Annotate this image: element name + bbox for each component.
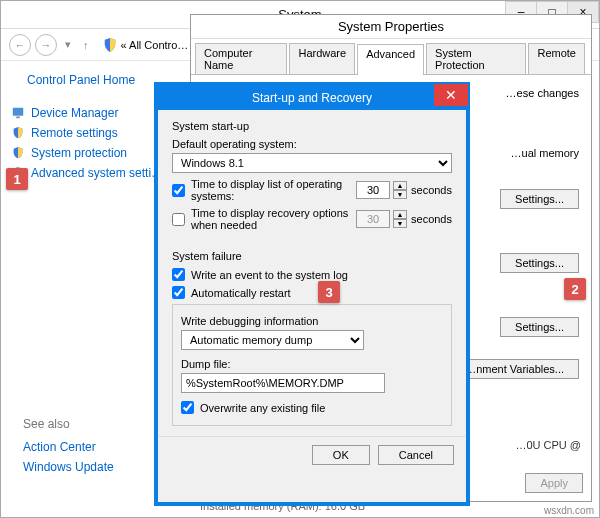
- default-os-label: Default operating system:: [172, 138, 452, 150]
- sidebar-item-remote-settings[interactable]: Remote settings: [11, 123, 177, 143]
- cancel-button[interactable]: Cancel: [378, 445, 454, 465]
- sidebar: Control Panel Home Device Manager Remote…: [1, 61, 177, 517]
- history-dropdown[interactable]: ▾: [61, 38, 75, 51]
- tab-system-protection[interactable]: System Protection: [426, 43, 526, 74]
- default-os-combo[interactable]: Windows 8.1: [172, 153, 452, 173]
- tab-advanced[interactable]: Advanced: [357, 44, 424, 75]
- ok-button[interactable]: OK: [312, 445, 370, 465]
- sidebar-item-device-manager[interactable]: Device Manager: [11, 103, 177, 123]
- control-panel-home-link[interactable]: Control Panel Home: [11, 73, 177, 87]
- dump-file-input[interactable]: [181, 373, 385, 393]
- action-center-link[interactable]: Action Center: [23, 437, 114, 457]
- callout-3: 3: [318, 281, 340, 303]
- time-list-checkbox[interactable]: [172, 184, 185, 197]
- chevron-up-icon: ▲: [393, 210, 407, 219]
- chevron-down-icon[interactable]: ▼: [393, 190, 407, 199]
- up-button[interactable]: ↑: [79, 39, 93, 51]
- shield-icon: [103, 38, 117, 52]
- write-event-label: Write an event to the system log: [191, 269, 348, 281]
- tab-remote[interactable]: Remote: [528, 43, 585, 74]
- windows-update-link[interactable]: Windows Update: [23, 457, 114, 477]
- system-properties-tabs: Computer Name Hardware Advanced System P…: [191, 39, 591, 75]
- time-recovery-checkbox[interactable]: [172, 213, 185, 226]
- auto-restart-checkbox[interactable]: [172, 286, 185, 299]
- chevron-down-icon: ▼: [393, 219, 407, 228]
- watermark: wsxdn.com: [544, 505, 594, 516]
- callout-2: 2: [564, 278, 586, 300]
- tab-hardware[interactable]: Hardware: [289, 43, 355, 74]
- sidebar-label: Advanced system setti…: [31, 166, 163, 180]
- shield-icon: [11, 126, 25, 140]
- time-recovery-row: Time to display recovery options when ne…: [172, 207, 452, 231]
- seconds-label: seconds: [411, 213, 452, 225]
- startup-recovery-titlebar: Start-up and Recovery ✕: [158, 86, 466, 110]
- back-button[interactable]: ←: [9, 34, 31, 56]
- breadcrumb-text: « All Contro…: [121, 39, 189, 51]
- see-also-section: See also Action Center Windows Update: [23, 417, 114, 477]
- close-icon: ✕: [445, 87, 457, 103]
- system-properties-title: System Properties: [338, 19, 444, 34]
- forward-button[interactable]: →: [35, 34, 57, 56]
- cpu-text: …0U CPU @: [515, 439, 581, 451]
- chevron-up-icon[interactable]: ▲: [393, 181, 407, 190]
- apply-button[interactable]: Apply: [525, 473, 583, 493]
- write-event-checkbox[interactable]: [172, 268, 185, 281]
- debug-info-combo[interactable]: Automatic memory dump: [181, 330, 364, 350]
- breadcrumb[interactable]: « All Contro…: [97, 38, 189, 52]
- virtual-memory-text: …ual memory: [511, 147, 579, 159]
- debug-group: Write debugging information Automatic me…: [172, 304, 452, 426]
- startup-recovery-dialog: Start-up and Recovery ✕ System start-up …: [154, 82, 470, 506]
- shield-icon: [11, 146, 25, 160]
- time-recovery-label: Time to display recovery options when ne…: [191, 207, 350, 231]
- time-recovery-spinner: ▲ ▼: [393, 210, 407, 228]
- sidebar-label: System protection: [31, 146, 127, 160]
- system-properties-buttons: Apply: [519, 473, 583, 493]
- tab-computer-name[interactable]: Computer Name: [195, 43, 287, 74]
- user-profiles-settings-button[interactable]: Settings...: [500, 253, 579, 273]
- seconds-label: seconds: [411, 184, 452, 196]
- time-list-row: Time to display list of operating system…: [172, 178, 452, 202]
- time-list-label: Time to display list of operating system…: [191, 178, 350, 202]
- auto-restart-label: Automatically restart: [191, 287, 291, 299]
- startup-recovery-buttons: OK Cancel: [158, 436, 466, 473]
- callout-1: 1: [6, 168, 28, 190]
- startup-recovery-title: Start-up and Recovery: [252, 91, 372, 105]
- system-startup-group-label: System start-up: [172, 120, 452, 132]
- system-properties-titlebar: System Properties: [191, 15, 591, 39]
- svg-rect-1: [16, 117, 20, 119]
- time-list-seconds-input[interactable]: [356, 181, 390, 199]
- overwrite-label: Overwrite any existing file: [200, 402, 325, 414]
- performance-settings-button[interactable]: Settings...: [500, 189, 579, 209]
- see-also-header: See also: [23, 417, 114, 431]
- sidebar-label: Remote settings: [31, 126, 118, 140]
- sidebar-label: Device Manager: [31, 106, 118, 120]
- time-list-spinner[interactable]: ▲ ▼: [393, 181, 407, 199]
- dump-file-label: Dump file:: [181, 358, 443, 370]
- startup-recovery-settings-button[interactable]: Settings...: [500, 317, 579, 337]
- system-failure-group-label: System failure: [172, 250, 452, 262]
- debug-info-label: Write debugging information: [181, 315, 443, 327]
- time-recovery-seconds-input: [356, 210, 390, 228]
- device-manager-icon: [11, 106, 25, 120]
- close-button[interactable]: ✕: [434, 84, 468, 106]
- startup-recovery-body: System start-up Default operating system…: [158, 110, 466, 436]
- sidebar-item-system-protection[interactable]: System protection: [11, 143, 177, 163]
- overwrite-checkbox[interactable]: [181, 401, 194, 414]
- svg-rect-0: [13, 108, 24, 116]
- sidebar-item-advanced-system-settings[interactable]: Advanced system setti…: [11, 163, 177, 183]
